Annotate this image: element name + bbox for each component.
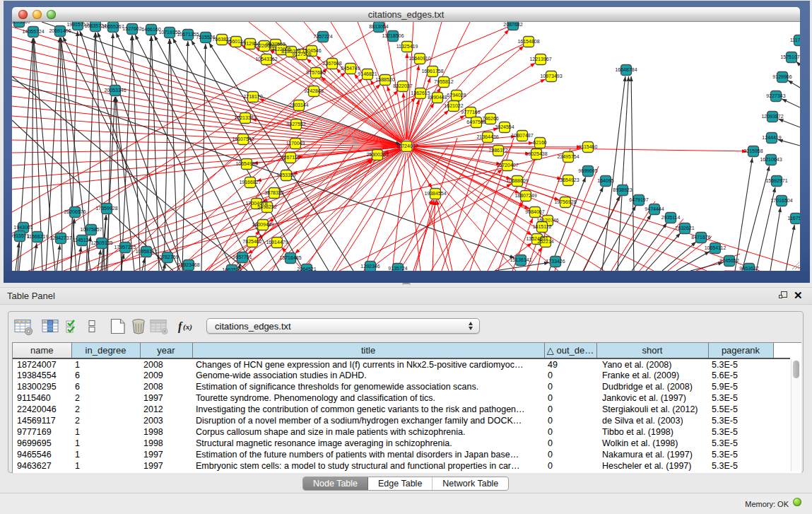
- svg-text:(x): (x): [183, 322, 192, 332]
- svg-text:21364436: 21364436: [476, 134, 498, 139]
- svg-text:15136141: 15136141: [510, 257, 531, 262]
- svg-text:19756928: 19756928: [554, 199, 576, 204]
- svg-text:26206576: 26206576: [64, 209, 86, 214]
- svg-text:9657791: 9657791: [233, 255, 252, 259]
- svg-text:8454749: 8454749: [341, 66, 360, 71]
- svg-text:7632621: 7632621: [675, 226, 694, 230]
- svg-text:9129966: 9129966: [772, 74, 792, 79]
- svg-text:18807249: 18807249: [514, 193, 536, 198]
- svg-text:2064521: 2064521: [297, 267, 316, 271]
- svg-text:2087682: 2087682: [503, 22, 522, 27]
- svg-text:9777169: 9777169: [461, 110, 480, 115]
- svg-text:16107542: 16107542: [232, 136, 254, 141]
- svg-text:9242848: 9242848: [304, 88, 323, 93]
- svg-text:17016504: 17016504: [770, 198, 792, 203]
- svg-text:1117324: 1117324: [790, 37, 800, 42]
- svg-text:116753: 116753: [788, 216, 800, 221]
- svg-text:16961758: 16961758: [421, 69, 443, 74]
- svg-text:9135724: 9135724: [388, 266, 407, 271]
- svg-text:14009489: 14009489: [252, 222, 273, 227]
- svg-text:1527602: 1527602: [122, 26, 141, 31]
- svg-text:1943001: 1943001: [13, 225, 33, 230]
- svg-text:12505135: 12505135: [90, 240, 112, 245]
- svg-text:8990448: 8990448: [428, 95, 447, 100]
- svg-text:12213383: 12213383: [234, 115, 256, 120]
- svg-text:1145134: 1145134: [73, 238, 92, 243]
- svg-text:12942737: 12942737: [49, 235, 71, 240]
- svg-text:9227343: 9227343: [766, 93, 785, 98]
- svg-text:7955812: 7955812: [434, 79, 453, 84]
- svg-text:252214: 252214: [537, 239, 553, 244]
- svg-text:164095: 164095: [597, 178, 613, 183]
- svg-text:3878332: 3878332: [264, 190, 283, 195]
- svg-text:14055724: 14055724: [22, 29, 44, 34]
- svg-text:1733426: 1733426: [546, 259, 565, 264]
- svg-text:10025438: 10025438: [525, 151, 547, 156]
- svg-text:1292346: 1292346: [360, 264, 379, 269]
- svg-text:10958117: 10958117: [136, 249, 158, 254]
- svg-text:f: f: [178, 320, 183, 333]
- svg-text:2367608: 2367608: [322, 61, 341, 66]
- svg-text:11325419: 11325419: [396, 44, 418, 49]
- svg-text:19384554: 19384554: [424, 191, 446, 196]
- svg-text:15692971: 15692971: [765, 178, 787, 183]
- svg-text:1615112: 1615112: [533, 224, 552, 229]
- svg-text:9463627: 9463627: [739, 266, 758, 271]
- svg-text:16640910: 16640910: [408, 56, 430, 61]
- svg-text:2718170: 2718170: [243, 94, 262, 99]
- svg-text:1621022: 1621022: [444, 103, 463, 108]
- svg-text:17359928: 17359928: [95, 206, 117, 211]
- svg-text:9827503: 9827503: [266, 42, 285, 47]
- svg-text:2935114: 2935114: [661, 215, 681, 220]
- svg-text:13218506: 13218506: [382, 33, 404, 38]
- svg-text:17957225: 17957225: [114, 245, 136, 250]
- svg-text:8471676: 8471676: [691, 235, 710, 240]
- svg-text:5498232: 5498232: [257, 204, 276, 209]
- svg-text:10654985: 10654985: [235, 161, 257, 166]
- svg-text:10975857: 10975857: [80, 227, 102, 232]
- svg-text:16203860: 16203860: [12, 22, 30, 24]
- svg-text:16914479: 16914479: [266, 240, 288, 245]
- svg-text:15716485: 15716485: [279, 255, 301, 260]
- svg-text:11568219: 11568219: [27, 234, 49, 239]
- svg-text:20691406: 20691406: [49, 28, 71, 33]
- svg-text:16120746: 16120746: [536, 218, 558, 223]
- svg-text:10973493: 10973493: [540, 74, 562, 78]
- svg-text:12093872: 12093872: [761, 114, 783, 119]
- svg-text:9474444: 9474444: [645, 206, 664, 211]
- svg-text:3624554: 3624554: [495, 124, 514, 129]
- svg-text:7986372: 7986372: [488, 148, 507, 153]
- svg-text:10807487: 10807487: [511, 133, 533, 138]
- svg-text:23495754: 23495754: [557, 154, 579, 159]
- svg-text:19166827: 19166827: [239, 180, 261, 185]
- svg-text:7357224: 7357224: [313, 34, 332, 39]
- svg-text:9699695: 9699695: [578, 168, 597, 173]
- svg-text:12923468: 12923468: [177, 262, 199, 267]
- svg-text:12213967: 12213967: [529, 57, 551, 62]
- svg-text:15720407: 15720407: [496, 163, 518, 168]
- svg-text:20053346: 20053346: [104, 88, 126, 93]
- svg-text:13654923: 13654923: [557, 177, 579, 182]
- svg-text:18724007: 18724007: [396, 144, 418, 148]
- svg-text:10543362: 10543362: [255, 57, 277, 62]
- svg-text:8322037: 8322037: [393, 83, 412, 88]
- svg-text:9084067: 9084067: [525, 209, 544, 214]
- svg-text:9115460: 9115460: [579, 144, 598, 149]
- svg-text:1588520: 1588520: [375, 77, 394, 82]
- svg-text:9146821: 9146821: [358, 71, 377, 76]
- svg-text:1504546: 1504546: [302, 48, 321, 53]
- svg-text:1353359: 1353359: [276, 173, 295, 177]
- svg-text:8813054: 8813054: [369, 24, 388, 29]
- svg-text:62160: 62160: [533, 140, 547, 145]
- svg-text:1170049: 1170049: [286, 141, 305, 146]
- svg-text:10688609: 10688609: [506, 178, 528, 183]
- svg-text:9245652: 9245652: [719, 258, 739, 263]
- svg-text:3215958: 3215958: [743, 148, 763, 153]
- svg-text:16154808: 16154808: [517, 39, 539, 44]
- svg-text:9427552: 9427552: [286, 122, 305, 127]
- svg-text:10782759: 10782759: [156, 255, 178, 259]
- svg-text:7625402: 7625402: [242, 239, 261, 244]
- svg-text:15751074: 15751074: [780, 54, 800, 59]
- svg-text:2803144: 2803144: [289, 103, 308, 107]
- svg-text:10655267: 10655267: [102, 24, 124, 29]
